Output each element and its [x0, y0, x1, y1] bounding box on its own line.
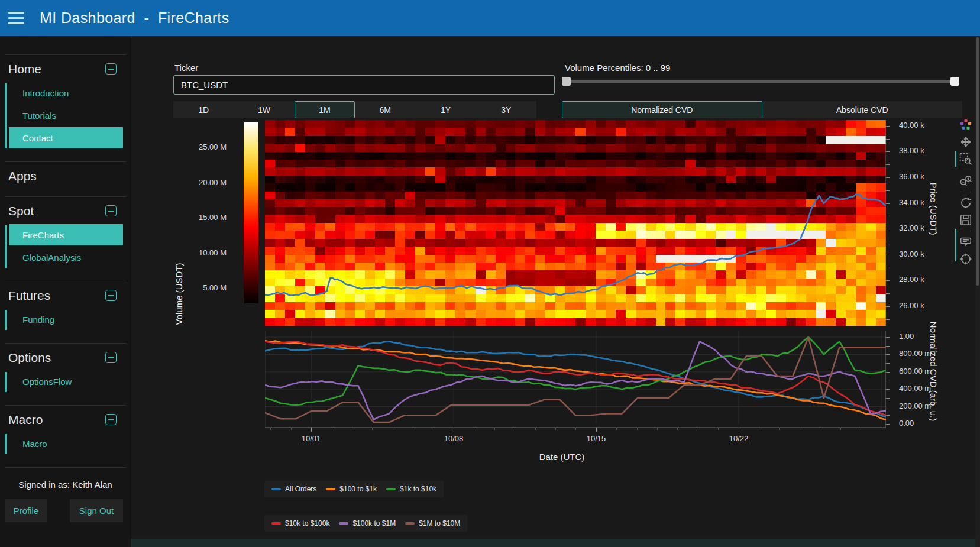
axis-minor-tick — [494, 428, 495, 430]
collapse-icon[interactable] — [105, 63, 117, 75]
price-axis-ticks: 40.00 k38.00 k36.00 k34.00 k32.00 k30.00… — [886, 120, 942, 333]
autoscale-icon[interactable] — [959, 196, 972, 209]
axis-tick — [886, 346, 890, 347]
sidebar-item-introduction[interactable]: Introduction — [5, 82, 131, 103]
legend-item-all-orders[interactable]: All Orders — [271, 485, 316, 493]
menu-icon[interactable] — [8, 12, 24, 24]
legend-item-100-1k[interactable]: $100 to $1k — [326, 485, 377, 493]
collapse-icon[interactable] — [105, 414, 117, 425]
range-button-1m[interactable]: 1M — [295, 101, 355, 118]
price-tick-label: 34.00 k — [899, 198, 924, 207]
profile-button[interactable]: Profile — [5, 499, 47, 522]
legend-row-2: $10k to $100k $100k to $1M $1M to $10M — [264, 515, 467, 532]
pan-icon[interactable] — [959, 135, 972, 148]
box-zoom-icon[interactable] — [959, 153, 972, 166]
cvd-series-1 — [265, 341, 886, 420]
price-tick-label: 30.00 k — [899, 250, 924, 258]
axis-tick — [886, 424, 890, 425]
axis-tick — [886, 203, 890, 204]
divider — [5, 467, 126, 468]
volume-tick-label: 25.00 M — [179, 143, 227, 151]
sidebar-item-label: Macro — [22, 439, 47, 449]
legend-swatch — [326, 488, 335, 490]
sidebar-item-optionsflow[interactable]: OptionsFlow — [5, 371, 131, 392]
date-axis-ticks: 10/0110/0810/1510/22 — [265, 428, 886, 451]
legend-swatch — [271, 488, 281, 490]
collapse-icon[interactable] — [105, 205, 117, 216]
range-button-group: 1D 1W 1M 6M 1Y 3Y — [173, 101, 536, 118]
sidebar-item-globalanalysis[interactable]: GlobalAnalysis — [5, 247, 131, 268]
axis-minor-tick — [677, 428, 678, 430]
volume-tick-label: 10.00 M — [179, 248, 227, 257]
legend-label: $10k to $100k — [285, 519, 329, 527]
range-button-3y[interactable]: 3Y — [476, 101, 536, 118]
collapse-icon[interactable] — [105, 290, 117, 301]
range-button-6m[interactable]: 6M — [355, 101, 415, 118]
axis-minor-tick — [820, 428, 820, 430]
cvd-line-chart[interactable] — [265, 331, 886, 433]
sidebar-item-macro[interactable]: Macro — [5, 433, 131, 454]
volume-heatmap-chart[interactable] — [265, 120, 886, 326]
cvd-series-4 — [265, 341, 886, 419]
heatmap-cells — [265, 120, 886, 326]
tooltip-icon[interactable] — [959, 235, 972, 248]
axis-tick — [739, 428, 739, 432]
sidebar-item-label: OptionsFlow — [22, 377, 72, 387]
cvd-tick-label: 600.00 m — [899, 367, 931, 376]
section-rail — [5, 434, 7, 454]
axis-tick — [886, 190, 890, 191]
plotly-logo-icon[interactable] — [959, 118, 972, 131]
axis-tick — [886, 372, 890, 373]
axis-minor-tick — [575, 428, 576, 430]
percentile-range-slider — [562, 75, 959, 87]
sidebar-item-funding[interactable]: Funding — [5, 309, 131, 330]
axis-tick — [886, 415, 890, 416]
section-rail — [5, 225, 7, 268]
scrollbar-thumb[interactable] — [976, 37, 979, 286]
axis-minor-tick — [881, 428, 881, 430]
legend-item-1m-10m[interactable]: $1M to $10M — [405, 519, 460, 527]
slider-track[interactable] — [563, 80, 958, 83]
axis-minor-tick — [637, 428, 638, 430]
ticker-input[interactable] — [173, 75, 555, 95]
axis-tick — [886, 139, 890, 140]
section-rail — [5, 372, 7, 392]
slider-handle-min[interactable] — [562, 77, 571, 86]
axis-tick — [886, 268, 890, 268]
sign-out-button[interactable]: Sign Out — [70, 499, 123, 522]
sidebar: Home Introduction Tutorials Contact Apps… — [0, 36, 131, 547]
crosshair-icon[interactable] — [959, 253, 972, 266]
legend-item-1k-10k[interactable]: $1k to $10k — [386, 485, 436, 493]
range-button-1y[interactable]: 1Y — [415, 101, 476, 118]
price-tick-label: 36.00 k — [899, 172, 924, 181]
legend-label: $1M to $10M — [419, 519, 460, 527]
save-icon[interactable] — [959, 213, 972, 226]
axis-tick — [886, 151, 890, 152]
normalized-cvd-button[interactable]: Normalized CVD — [562, 101, 762, 118]
active-tool-indicator — [955, 229, 956, 261]
collapse-icon[interactable] — [105, 352, 117, 363]
sidebar-item-tutorials[interactable]: Tutorials — [5, 105, 131, 126]
price-tick-label: 40.00 k — [899, 121, 924, 130]
zoom-in-out-icons[interactable] — [959, 174, 972, 187]
axis-minor-tick — [779, 428, 780, 430]
signed-in-text: Signed in as: Keith Alan — [0, 480, 131, 490]
range-button-1w[interactable]: 1W — [234, 101, 294, 118]
range-button-1d[interactable]: 1D — [173, 101, 234, 118]
section-rail — [5, 83, 7, 148]
sidebar-item-firecharts[interactable]: FireCharts — [9, 224, 123, 245]
legend-item-100k-1m[interactable]: $100k to $1M — [339, 519, 396, 527]
legend-item-10k-100k[interactable]: $10k to $100k — [271, 519, 329, 527]
chart-modebar — [959, 118, 973, 270]
axis-tick — [886, 164, 890, 165]
sidebar-item-label: FireCharts — [22, 230, 64, 240]
axis-tick — [886, 255, 890, 255]
date-tick-label: 10/01 — [293, 434, 329, 443]
absolute-cvd-button[interactable]: Absolute CVD — [762, 101, 963, 118]
percentiles-label: Volume Percentiles: 0 .. 99 — [565, 63, 670, 73]
slider-handle-max[interactable] — [950, 77, 959, 86]
axis-minor-tick — [434, 428, 434, 430]
price-tick-label: 38.00 k — [899, 146, 924, 155]
sidebar-item-contact[interactable]: Contact — [9, 127, 123, 148]
price-tick-label: 32.00 k — [899, 224, 924, 232]
